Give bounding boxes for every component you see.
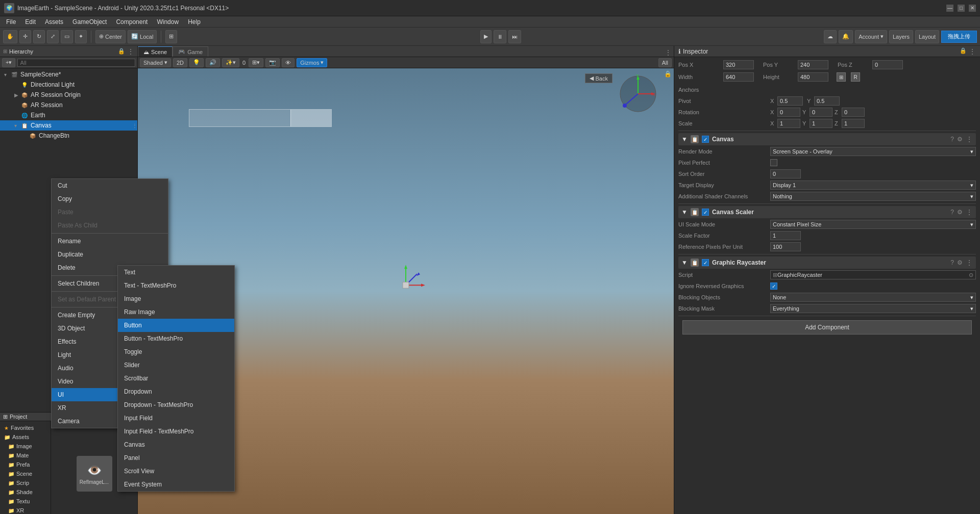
account-button[interactable]: Account ▾	[855, 30, 887, 43]
menu-gameobject[interactable]: GameObject	[68, 17, 111, 27]
graphic-raycaster-help[interactable]: ?	[950, 259, 954, 266]
canvas-scaler-help[interactable]: ?	[950, 209, 954, 216]
ignore-reversed-checkbox[interactable]: ✓	[770, 282, 777, 290]
shading-dropdown[interactable]: Shaded ▾	[140, 58, 171, 67]
scene-tab[interactable]: ⛰ Scene	[138, 46, 173, 57]
cloud-button[interactable]: 🔔	[839, 30, 853, 43]
rotate-tool[interactable]: ↻	[33, 30, 45, 43]
add-component-button[interactable]: Add Component	[682, 320, 972, 335]
rect-constraint-icon[interactable]: ⊞	[837, 72, 846, 82]
grid-overlay-toggle[interactable]: ⊞▾	[249, 58, 263, 67]
gizmos-dropdown[interactable]: Gizmos ▾	[297, 58, 327, 67]
graphic-raycaster-collapse[interactable]: ▼	[681, 259, 688, 266]
sub-image[interactable]: Image	[118, 292, 234, 305]
pos-y-input[interactable]	[798, 60, 828, 69]
hierarchy-search-input[interactable]	[17, 59, 135, 67]
materials-item[interactable]: 📁 Mate	[0, 451, 51, 460]
prefabs-item[interactable]: 📁 Prefa	[0, 460, 51, 469]
hierarchy-lock-icon[interactable]: 🔒	[118, 48, 125, 55]
pivot-btn[interactable]: ⊕ Center	[95, 30, 126, 43]
asset-thumbnail[interactable]: 👁️ RefImageL...	[77, 456, 112, 492]
ctx-duplicate[interactable]: Duplicate	[52, 248, 168, 261]
upload-button[interactable]: 拖拽上传	[941, 31, 977, 43]
ctx-copy[interactable]: Copy	[52, 192, 168, 205]
favorites-item[interactable]: ★ Favorites	[0, 423, 51, 432]
scale-factor-input[interactable]	[770, 231, 801, 240]
canvas-help-icon[interactable]: ?	[950, 136, 954, 143]
pivot-y-input[interactable]	[814, 96, 840, 106]
game-tab[interactable]: 🎮 Game	[173, 46, 208, 57]
canvas-more-icon[interactable]: ⋮	[132, 123, 137, 128]
add-hierarchy-button[interactable]: +▾	[2, 58, 15, 67]
target-display-dropdown[interactable]: Display 1 ▾	[770, 181, 976, 190]
canvas-scaler-settings[interactable]: ⚙	[957, 209, 963, 216]
sub-text-mesh-pro[interactable]: Text - TextMeshPro	[118, 279, 234, 292]
scripts-item[interactable]: 📁 Scrip	[0, 478, 51, 487]
effects-toggle[interactable]: ✨▾	[222, 58, 239, 67]
sub-toggle[interactable]: Toggle	[118, 345, 234, 358]
scene-root-item[interactable]: ▾ 🎬 SampleScene*	[0, 69, 137, 80]
hand-tool[interactable]: ✋	[3, 30, 17, 43]
scale-z-input[interactable]	[842, 119, 865, 128]
directional-light-item[interactable]: 💡 Directional Light	[0, 80, 137, 90]
canvas-scaler-more[interactable]: ⋮	[966, 208, 973, 216]
ui-scale-mode-dropdown[interactable]: Constant Pixel Size ▾	[770, 220, 976, 229]
sub-dropdown-textmeshpro[interactable]: Dropdown - TextMeshPro	[118, 398, 234, 412]
menu-component[interactable]: Component	[112, 17, 152, 27]
canvas-scaler-enabled[interactable]: ✓	[702, 209, 709, 216]
rect-tool[interactable]: ▭	[61, 30, 73, 43]
rot-y-input[interactable]	[810, 108, 832, 117]
lighting-toggle[interactable]: 💡	[189, 58, 204, 67]
script-value[interactable]: ⊞ GraphicRaycaster ⊙	[770, 270, 976, 279]
canvas-enabled-checkbox[interactable]: ✓	[702, 136, 709, 143]
sub-event-system[interactable]: Event System	[118, 478, 234, 491]
canvas-scaler-collapse[interactable]: ▼	[681, 209, 688, 216]
scale-tool[interactable]: ⤢	[47, 30, 59, 43]
menu-edit[interactable]: Edit	[21, 17, 40, 27]
sub-input-field[interactable]: Input Field	[118, 412, 234, 425]
changebtn-item[interactable]: 📦 ChangeBtn	[0, 131, 137, 141]
menu-help[interactable]: Help	[184, 17, 205, 27]
pos-x-input[interactable]	[723, 60, 754, 69]
sort-order-input[interactable]	[770, 169, 801, 178]
space-btn[interactable]: 🔄 Local	[128, 30, 157, 43]
canvas-item[interactable]: ▾ 📋 Canvas ⋮	[0, 120, 137, 131]
sub-dropdown[interactable]: Dropdown	[118, 385, 234, 398]
layers-button[interactable]: Layers	[889, 30, 913, 43]
collab-button[interactable]: ☁	[824, 30, 837, 43]
ref-pixels-input[interactable]	[770, 242, 801, 251]
grid-btn[interactable]: ⊞	[165, 30, 177, 43]
audio-toggle[interactable]: 🔊	[206, 58, 220, 67]
sub-panel[interactable]: Panel	[118, 451, 234, 465]
rot-x-input[interactable]	[777, 108, 800, 117]
ctx-rename[interactable]: Rename	[52, 235, 168, 248]
blocking-objects-dropdown[interactable]: None ▾	[770, 293, 976, 302]
scale-y-input[interactable]	[810, 119, 832, 128]
shaders-item[interactable]: 📁 Shade	[0, 487, 51, 497]
sub-input-field-textmeshpro[interactable]: Input Field - TextMeshPro	[118, 425, 234, 438]
sub-scroll-view[interactable]: Scroll View	[118, 465, 234, 478]
ar-session-item[interactable]: 📦 AR Session	[0, 100, 137, 110]
width-input[interactable]	[723, 72, 754, 82]
camera-toggle[interactable]: 📷	[265, 58, 280, 67]
inspector-more-icon[interactable]: ⋮	[969, 47, 976, 56]
play-button[interactable]: ▶	[480, 30, 492, 43]
pos-z-input[interactable]	[872, 60, 903, 69]
sub-text[interactable]: Text	[118, 266, 234, 279]
graphic-raycaster-settings[interactable]: ⚙	[957, 259, 963, 266]
rect-r-icon[interactable]: R	[851, 72, 860, 82]
hierarchy-more-icon[interactable]: ⋮	[127, 47, 134, 56]
inspector-lock-icon[interactable]: 🔒	[960, 47, 967, 56]
sub-raw-image[interactable]: Raw Image	[118, 305, 234, 319]
all-layers-dropdown[interactable]: All	[658, 58, 672, 67]
view-tabs-more[interactable]: ⋮	[665, 48, 672, 57]
maximize-button[interactable]: □	[958, 5, 965, 12]
menu-assets[interactable]: Assets	[41, 17, 67, 27]
blocking-mask-dropdown[interactable]: Everything ▾	[770, 304, 976, 313]
sub-scrollbar[interactable]: Scrollbar	[118, 372, 234, 385]
2d-toggle[interactable]: 2D	[173, 58, 187, 67]
earth-item[interactable]: 🌐 Earth	[0, 110, 137, 120]
scenes-item[interactable]: 📁 Scene	[0, 469, 51, 478]
menu-file[interactable]: File	[2, 17, 20, 27]
assets-item[interactable]: 📁 Assets	[0, 432, 51, 442]
